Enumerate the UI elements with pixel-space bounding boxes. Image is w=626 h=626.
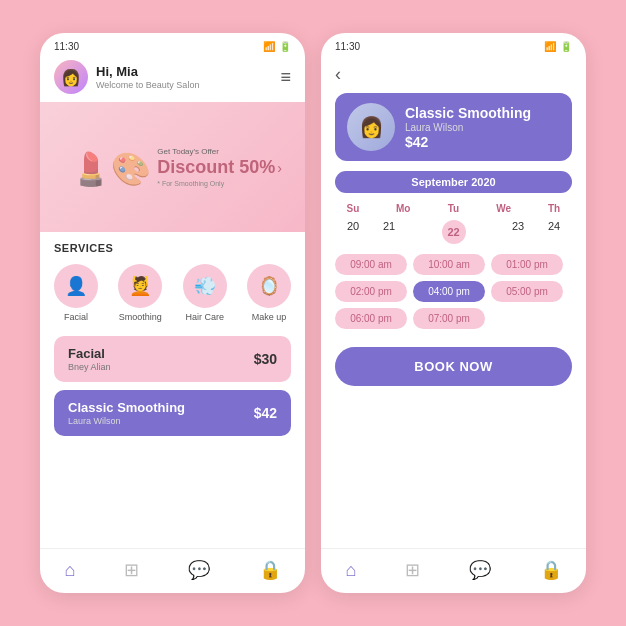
slot-0400[interactable]: 04:00 pm <box>413 281 485 302</box>
time-label-1: 11:30 <box>54 41 79 52</box>
bottom-nav-2: ⌂ ⊞ 💬 🔒 <box>321 548 586 593</box>
hero-content: Get Today's Offer Discount 50% › * For S… <box>149 102 295 232</box>
service-hero-info: Classic Smoothing Laura Wilson $42 <box>405 105 531 150</box>
calendar-section: September 2020 Su Mo Tu We Th 20 21 22 2… <box>321 171 586 339</box>
screen-home: 11:30 📶 🔋 👩 Hi, Mia Welcome to Beauty Sa… <box>40 33 305 593</box>
nav-grid-2[interactable]: ⊞ <box>405 559 420 581</box>
hero-banner: 💄🎨 Get Today's Offer Discount 50% › * Fo… <box>40 102 305 232</box>
status-bar-1: 11:30 📶 🔋 <box>40 33 305 56</box>
service-item-haircare[interactable]: 💨 Hair Care <box>183 264 227 322</box>
card-facial-info: Facial Bney Alian <box>68 346 111 372</box>
offer-note: * For Smoothing Only <box>157 180 224 187</box>
service-cards: Facial Bney Alian $30 Classic Smoothing … <box>40 326 305 446</box>
card-facial-provider: Bney Alian <box>68 362 111 372</box>
day-we: We <box>486 203 522 214</box>
status-icons-2: 📶 🔋 <box>544 41 572 52</box>
smoothing-icon: 💆 <box>118 264 162 308</box>
service-card-facial[interactable]: Facial Bney Alian $30 <box>54 336 291 382</box>
slot-0600[interactable]: 06:00 pm <box>335 308 407 329</box>
menu-button[interactable]: ≡ <box>280 67 291 88</box>
date-23[interactable]: 23 <box>500 220 536 244</box>
back-button[interactable]: ‹ <box>321 56 586 89</box>
status-bar-2: 11:30 📶 🔋 <box>321 33 586 56</box>
date-22[interactable]: 22 <box>442 220 466 244</box>
bottom-nav-1: ⌂ ⊞ 💬 🔒 <box>40 548 305 593</box>
slot-0900[interactable]: 09:00 am <box>335 254 407 275</box>
date-21[interactable]: 21 <box>371 220 407 244</box>
greeting-subtitle: Welcome to Beauty Salon <box>96 80 199 90</box>
day-mo: Mo <box>385 203 421 214</box>
smoothing-label: Smoothing <box>119 312 162 322</box>
home-header: 👩 Hi, Mia Welcome to Beauty Salon ≡ <box>40 56 305 102</box>
discount-text: Discount 50% <box>157 158 275 178</box>
day-su: Su <box>335 203 371 214</box>
battery-icon-2: 🔋 <box>560 41 572 52</box>
service-hero-price: $42 <box>405 134 531 150</box>
slot-0100[interactable]: 01:00 pm <box>491 254 563 275</box>
signal-icon: 📶 <box>263 41 275 52</box>
nav-home-1[interactable]: ⌂ <box>64 560 75 581</box>
book-now-button[interactable]: BOOK NOW <box>335 347 572 386</box>
makeup-icon: 🪞 <box>247 264 291 308</box>
slot-1000[interactable]: 10:00 am <box>413 254 485 275</box>
card-smoothing-name: Classic Smoothing <box>68 400 185 415</box>
service-item-makeup[interactable]: 🪞 Make up <box>247 264 291 322</box>
nav-chat-2[interactable]: 💬 <box>469 559 491 581</box>
facial-label: Facial <box>64 312 88 322</box>
service-hero-provider: Laura Wilson <box>405 122 531 133</box>
slot-0700[interactable]: 07:00 pm <box>413 308 485 329</box>
header-left: 👩 Hi, Mia Welcome to Beauty Salon <box>54 60 199 94</box>
nav-lock-2[interactable]: 🔒 <box>540 559 562 581</box>
offer-label: Get Today's Offer <box>157 147 219 156</box>
signal-icon-2: 📶 <box>544 41 556 52</box>
date-20[interactable]: 20 <box>335 220 371 244</box>
service-item-facial[interactable]: 👤 Facial <box>54 264 98 322</box>
card-smoothing-provider: Laura Wilson <box>68 416 185 426</box>
services-grid: 👤 Facial 💆 Smoothing 💨 Hair Care 🪞 Make … <box>54 264 291 322</box>
day-tu: Tu <box>436 203 472 214</box>
card-facial-name: Facial <box>68 346 111 361</box>
service-card-smoothing[interactable]: Classic Smoothing Laura Wilson $42 <box>54 390 291 436</box>
time-label-2: 11:30 <box>335 41 360 52</box>
haircare-label: Hair Care <box>185 312 224 322</box>
card-smoothing-price: $42 <box>254 405 277 421</box>
nav-lock-1[interactable]: 🔒 <box>259 559 281 581</box>
greeting-block: Hi, Mia Welcome to Beauty Salon <box>96 64 199 90</box>
services-title: SERVICES <box>54 242 291 254</box>
month-badge: September 2020 <box>335 171 572 193</box>
services-section: SERVICES 👤 Facial 💆 Smoothing 💨 Hair Car… <box>40 232 305 326</box>
arrow-icon: › <box>277 160 282 176</box>
card-facial-price: $30 <box>254 351 277 367</box>
avatar: 👩 <box>54 60 88 94</box>
service-hero-image: 👩 <box>347 103 395 151</box>
calendar-header: Su Mo Tu We Th <box>335 203 572 214</box>
haircare-icon: 💨 <box>183 264 227 308</box>
greeting-title: Hi, Mia <box>96 64 199 80</box>
battery-icon: 🔋 <box>279 41 291 52</box>
time-slots: 09:00 am 10:00 am 01:00 pm 02:00 pm 04:0… <box>335 254 572 329</box>
calendar-dates: 20 21 22 23 24 <box>335 220 572 244</box>
nav-home-2[interactable]: ⌂ <box>345 560 356 581</box>
facial-icon: 👤 <box>54 264 98 308</box>
makeup-label: Make up <box>252 312 287 322</box>
nav-grid-1[interactable]: ⊞ <box>124 559 139 581</box>
service-item-smoothing[interactable]: 💆 Smoothing <box>118 264 162 322</box>
book-btn-wrap: BOOK NOW <box>321 339 586 396</box>
date-24[interactable]: 24 <box>536 220 572 244</box>
service-hero-name: Classic Smoothing <box>405 105 531 121</box>
slot-0200[interactable]: 02:00 pm <box>335 281 407 302</box>
card-smoothing-info: Classic Smoothing Laura Wilson <box>68 400 185 426</box>
slot-0500[interactable]: 05:00 pm <box>491 281 563 302</box>
service-hero-card: 👩 Classic Smoothing Laura Wilson $42 <box>335 93 572 161</box>
day-th: Th <box>536 203 572 214</box>
status-icons-1: 📶 🔋 <box>263 41 291 52</box>
screen-booking: 11:30 📶 🔋 ‹ 👩 Classic Smoothing Laura Wi… <box>321 33 586 593</box>
nav-chat-1[interactable]: 💬 <box>188 559 210 581</box>
